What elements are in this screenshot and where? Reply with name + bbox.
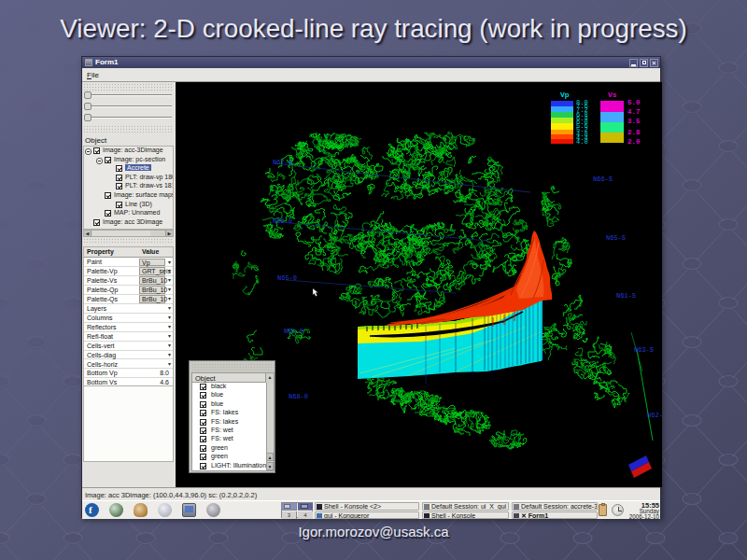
svg-text:N61-S: N61-S bbox=[616, 292, 636, 300]
svg-text:3.5: 3.5 bbox=[627, 118, 641, 125]
svg-text:4.7: 4.7 bbox=[627, 108, 641, 116]
svg-text:5.0: 5.0 bbox=[627, 99, 641, 106]
svg-text:N62-: N62- bbox=[647, 412, 662, 419]
svg-text:N67-0: N67-0 bbox=[273, 159, 292, 166]
svg-text:N66-0: N66-0 bbox=[273, 217, 292, 225]
svg-text:2.0: 2.0 bbox=[627, 138, 641, 146]
svg-text:N65-S: N65-S bbox=[606, 234, 626, 242]
svg-text:N68-0: N68-0 bbox=[289, 393, 308, 400]
svg-text:N61-0: N61-0 bbox=[284, 328, 303, 335]
svg-text:N66-S: N66-S bbox=[593, 175, 613, 183]
svg-text:2.8: 2.8 bbox=[627, 129, 641, 136]
svg-text:4.0: 4.0 bbox=[576, 138, 588, 146]
svg-text:N63-S: N63-S bbox=[634, 346, 654, 354]
svg-text:Vp: Vp bbox=[560, 91, 570, 99]
svg-text:N65-0: N65-0 bbox=[277, 274, 297, 282]
svg-text:Vs: Vs bbox=[608, 91, 617, 99]
